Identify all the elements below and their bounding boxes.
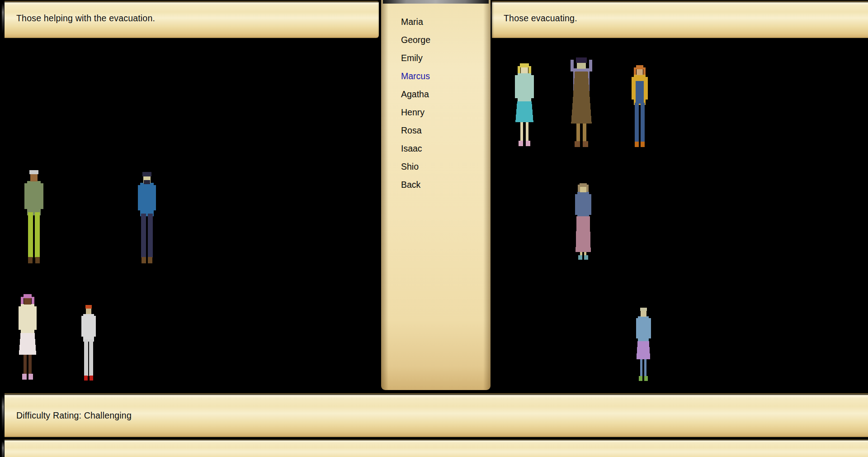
evacuees-panel-title: Those evacuating. — [504, 13, 577, 24]
character-sprite-elder-woman — [571, 182, 596, 260]
evacuees-panel-banner: Those evacuating. — [492, 1, 868, 38]
menu-item-rosa[interactable]: Rosa — [381, 121, 491, 139]
character-sprite-chef-kid — [78, 304, 99, 382]
difficulty-rating-text: Difficulty Rating: Challenging — [16, 410, 132, 421]
menu-item-marcus[interactable]: Marcus — [381, 67, 491, 85]
game-screen: Those helping with the evacuation. Those… — [0, 0, 868, 457]
character-sprite-lavender-girl — [632, 307, 655, 382]
menu-item-henry[interactable]: Henry — [381, 103, 491, 121]
helpers-panel-title: Those helping with the evacuation. — [16, 13, 155, 24]
menu-item-back[interactable]: Back — [381, 176, 491, 194]
character-sprite-overalls-woman — [627, 64, 652, 148]
character-sprite-capped-man — [133, 171, 161, 265]
character-select-menu: MariaGeorgeEmilyMarcusAgathaHenryRosaIsa… — [381, 0, 491, 390]
menu-item-agatha[interactable]: Agatha — [381, 85, 491, 103]
difficulty-banner: Difficulty Rating: Challenging — [5, 393, 868, 437]
menu-item-george[interactable]: George — [381, 31, 491, 49]
character-sprite-pink-hair-woman — [14, 293, 42, 381]
character-sprite-blonde-girl — [510, 62, 539, 148]
menu-item-list: MariaGeorgeEmilyMarcusAgathaHenryRosaIsa… — [381, 13, 491, 194]
bottom-edge-banner — [5, 439, 868, 457]
character-sprite-elder-man — [19, 169, 48, 265]
menu-item-maria[interactable]: Maria — [381, 13, 491, 31]
helpers-panel-banner: Those helping with the evacuation. — [5, 1, 379, 38]
character-sprite-apron-person — [564, 57, 599, 148]
menu-item-emily[interactable]: Emily — [381, 49, 491, 67]
menu-item-isaac[interactable]: Isaac — [381, 139, 491, 157]
menu-item-shio[interactable]: Shio — [381, 157, 491, 176]
menu-scroll-top-edge — [383, 0, 489, 4]
